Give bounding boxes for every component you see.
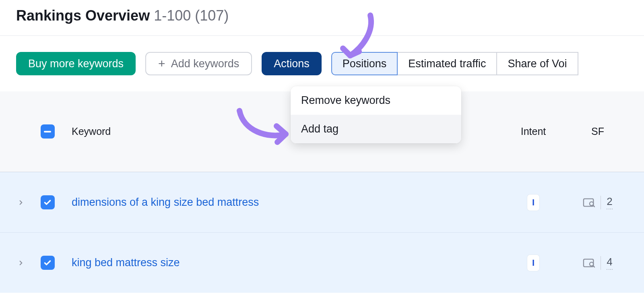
checkbox-indeterminate-icon: [41, 124, 55, 139]
tab-share-of-voice[interactable]: Share of Voi: [497, 52, 578, 75]
intent-chip[interactable]: I: [527, 194, 539, 211]
page-header: Rankings Overview 1-100 (107): [0, 0, 644, 36]
page-title-total: (107): [195, 7, 229, 24]
chevron-right-icon: [16, 198, 26, 207]
sf-cell: 4: [568, 256, 628, 270]
keyword-cell: dimensions of a king size bed mattress: [60, 196, 499, 209]
checkbox-checked-icon: [41, 195, 55, 209]
row-checkbox[interactable]: [35, 195, 60, 209]
intent-chip[interactable]: I: [527, 255, 539, 271]
divider: [601, 256, 601, 270]
select-all-checkbox[interactable]: [35, 124, 60, 139]
row-checkbox[interactable]: [35, 256, 60, 270]
add-keywords-button[interactable]: + Add keywords: [145, 52, 252, 75]
expand-row-button[interactable]: [16, 258, 35, 268]
tab-positions-label: Positions: [343, 58, 387, 70]
sf-count[interactable]: 4: [607, 256, 612, 270]
actions-dropdown: Remove keywords Add tag: [291, 86, 461, 143]
intent-cell: I: [499, 255, 568, 271]
sf-cell: 2: [568, 195, 628, 209]
dropdown-add-tag[interactable]: Add tag: [291, 115, 461, 143]
toolbar: Buy more keywords + Add keywords Actions…: [0, 36, 644, 75]
column-header-sf[interactable]: SF: [568, 126, 628, 137]
table-row: king bed mattress size I 4: [0, 232, 644, 293]
serp-feature-icon[interactable]: [583, 197, 595, 208]
buy-more-keywords-label: Buy more keywords: [28, 58, 124, 70]
actions-button[interactable]: Actions: [262, 52, 322, 75]
actions-label: Actions: [274, 58, 310, 70]
serp-feature-icon[interactable]: [583, 258, 595, 268]
add-keywords-label: Add keywords: [171, 58, 239, 70]
sf-count[interactable]: 2: [607, 195, 612, 209]
column-header-intent[interactable]: Intent: [499, 126, 568, 137]
tab-estimated-traffic-label: Estimated traffic: [408, 58, 486, 70]
tab-estimated-traffic[interactable]: Estimated traffic: [398, 52, 497, 75]
expand-row-button[interactable]: [16, 198, 35, 207]
buy-more-keywords-button[interactable]: Buy more keywords: [16, 52, 136, 75]
divider: [601, 196, 601, 209]
dropdown-remove-keywords-label: Remove keywords: [301, 94, 390, 106]
keyword-cell: king bed mattress size: [60, 257, 499, 269]
page-title-strong: Rankings Overview: [16, 7, 150, 24]
dropdown-add-tag-label: Add tag: [301, 123, 339, 135]
chevron-right-icon: [16, 258, 26, 268]
plus-icon: +: [158, 58, 165, 70]
dropdown-remove-keywords[interactable]: Remove keywords: [291, 86, 461, 115]
intent-cell: I: [499, 194, 568, 211]
page-title: Rankings Overview 1-100 (107): [16, 7, 628, 24]
tab-positions[interactable]: Positions: [331, 52, 398, 75]
page-title-range: 1-100: [154, 7, 191, 24]
checkbox-checked-icon: [41, 256, 55, 270]
tab-share-of-voice-label: Share of Voi: [508, 58, 567, 70]
keyword-link[interactable]: dimensions of a king size bed mattress: [72, 196, 259, 208]
keyword-link[interactable]: king bed mattress size: [72, 257, 180, 269]
table-row: dimensions of a king size bed mattress I…: [0, 172, 644, 232]
view-tabs: Positions Estimated traffic Share of Voi: [331, 52, 578, 75]
